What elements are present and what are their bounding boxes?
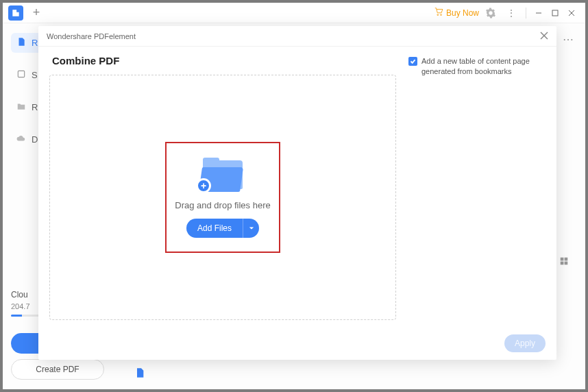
drop-highlight: + Drag and drop files here Add Files [165,142,280,253]
document-icon [134,366,145,382]
toc-checkbox-row[interactable]: Add a new table of content page generate… [408,56,546,77]
add-files-button[interactable]: Add Files [186,219,259,238]
combine-pdf-dialog: Wondershare PDFelement Combine PDF + [38,26,556,360]
drop-zone[interactable]: + Drag and drop files here Add Files [49,75,396,320]
cloud-icon [16,134,26,145]
sidebar-item-label: D [32,134,38,145]
create-pdf-label: Create PDF [36,365,79,374]
settings-gear-icon[interactable] [485,7,497,19]
file-icon [16,37,26,49]
dialog-heading: Combine PDF [52,55,396,66]
dialog-right-panel: Add a new table of content page generate… [408,55,546,320]
minimize-button[interactable] [530,5,547,21]
maximize-button[interactable] [547,5,563,21]
folder-plus-icon: + [199,158,247,192]
create-pdf-button[interactable]: Create PDF [11,359,104,380]
grid-view-icon[interactable] [559,256,569,269]
close-window-button[interactable] [563,5,580,21]
dialog-titlebar: Wondershare PDFelement [38,26,556,47]
svg-point-1 [441,14,442,16]
content-more-icon[interactable]: ⋯ [563,33,574,46]
svg-rect-8 [565,258,568,261]
buy-now-link[interactable]: Buy Now [434,7,479,19]
chevron-down-icon[interactable] [243,219,259,238]
app-logo-icon [8,5,23,21]
apply-label: Apply [515,339,535,348]
sidebar-item-label: S [32,70,38,80]
sidebar-item-label: R [32,102,38,112]
toc-checkbox[interactable] [408,57,417,66]
svg-rect-6 [18,71,24,77]
buy-now-label: Buy Now [446,8,479,18]
more-menu-icon[interactable]: ⋮ [501,8,522,19]
svg-point-0 [437,14,439,16]
square-icon [16,69,26,81]
svg-rect-9 [561,262,564,265]
folder-icon [16,101,26,113]
cart-icon [434,7,443,19]
dialog-footer: Apply [38,327,556,360]
apply-button[interactable]: Apply [504,334,546,352]
svg-rect-10 [565,262,568,265]
add-files-label: Add Files [186,219,243,238]
dialog-body: Combine PDF + Drag and drop files here A… [38,47,556,327]
drop-hint-text: Drag and drop files here [175,200,270,210]
toc-checkbox-label: Add a new table of content page generate… [421,56,546,77]
new-tab-button[interactable]: + [30,7,42,19]
dialog-close-button[interactable] [540,30,548,42]
dialog-left-panel: Combine PDF + Drag and drop files here A… [49,55,396,320]
sidebar-item-label: R [32,38,38,48]
dialog-window-title: Wondershare PDFelement [47,32,136,40]
svg-rect-3 [552,10,558,16]
app-window: + Buy Now ⋮ R S R [3,3,585,389]
titlebar: + Buy Now ⋮ [3,3,585,23]
divider [526,8,526,19]
svg-rect-7 [561,258,564,261]
